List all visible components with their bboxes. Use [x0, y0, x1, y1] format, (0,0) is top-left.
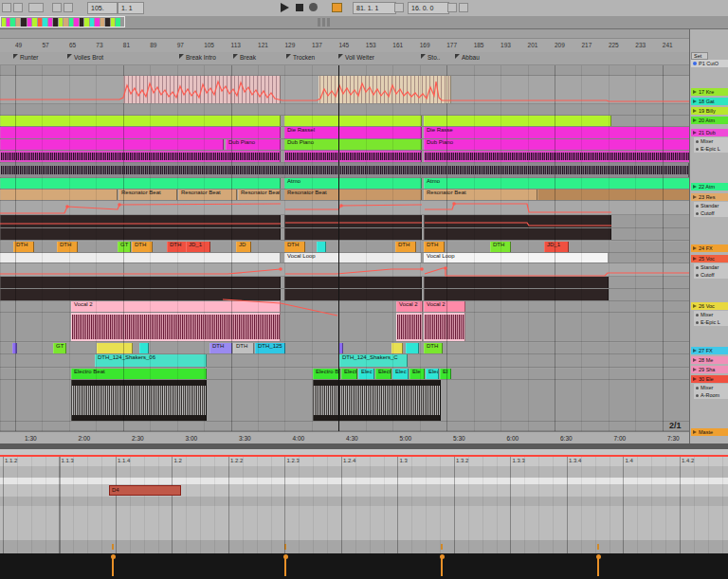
track-lane-atmo[interactable]: AtmoAtmo	[0, 178, 689, 190]
track-lane-shakers[interactable]: DTH_124_Shakers_06DTH_124_Shakers_C	[0, 354, 689, 368]
sidebar-item-21-dub[interactable]: 21 Dub	[691, 129, 728, 136]
clip[interactable]	[0, 163, 689, 177]
track-lane-gate[interactable]	[0, 104, 689, 116]
arrangement-overview[interactable]	[0, 16, 728, 29]
clip[interactable]: DTH_125	[255, 343, 285, 353]
clip[interactable]	[12, 343, 17, 353]
clip[interactable]	[424, 313, 465, 341]
clip[interactable]	[424, 228, 611, 240]
sidebar-item-standar[interactable]: Standar	[694, 202, 728, 209]
sidebar-item-18-gat[interactable]: 18 Gat	[691, 98, 728, 105]
sidebar-item-25-voc[interactable]: 25 Voc	[691, 255, 728, 262]
sidebar-item-24-fx[interactable]: 24 FX	[691, 244, 728, 252]
clip[interactable]: Atmo	[424, 178, 690, 189]
tap-tempo-button[interactable]	[13, 3, 23, 12]
clip[interactable]: Elect	[341, 369, 357, 379]
clip[interactable]: Dub Piano	[226, 139, 281, 150]
clip[interactable]: Elect	[375, 369, 391, 379]
metronome-icon[interactable]	[28, 3, 44, 12]
sidebar-item-cutoff[interactable]: Cutoff	[694, 271, 728, 279]
clip[interactable]: DTH	[424, 343, 443, 353]
clip[interactable]	[0, 289, 281, 300]
midi-row-velocity-lane[interactable]	[0, 553, 728, 579]
track-lane-epic-wave[interactable]	[0, 163, 689, 178]
sidebar-item-29-sha[interactable]: 29 Sha	[691, 366, 728, 373]
clip[interactable]: Resonator Beat	[284, 190, 422, 200]
track-lane-fx-clips[interactable]: DTHDTHGTDTHDTHJD_1JDDTHDTHDTHDTHJD_1	[0, 242, 689, 253]
clip[interactable]: Electro Beat	[71, 369, 207, 379]
nudge-up-icon[interactable]	[64, 3, 73, 12]
track-lane-dark-3[interactable]	[0, 277, 689, 289]
clip[interactable]	[284, 289, 422, 300]
record-button[interactable]	[309, 3, 318, 11]
sidebar-item-mixer[interactable]: Mixer	[694, 311, 728, 318]
clip[interactable]: Dub Piano	[284, 139, 422, 150]
sidebar-item-e-epic-l[interactable]: E-Epic L	[694, 318, 728, 326]
velocity-marker[interactable]	[597, 557, 599, 576]
arrangement-position-field[interactable]: 81. 1. 1	[353, 2, 396, 14]
clip[interactable]: JD_1	[186, 242, 210, 252]
clip[interactable]	[424, 289, 609, 300]
sidebar-item-23-res[interactable]: 23 Res	[691, 193, 728, 201]
clip[interactable]	[0, 228, 281, 240]
sidebar-item-mixer[interactable]: Mixer	[694, 137, 728, 145]
clip[interactable]: DTH	[424, 242, 445, 252]
clip[interactable]: Resonator Beat	[118, 190, 177, 200]
velocity-marker[interactable]	[441, 557, 443, 576]
loop-brace[interactable]	[0, 455, 728, 457]
clip[interactable]: Vocal Loop	[284, 253, 422, 262]
track-lane-dark-1[interactable]	[0, 215, 689, 228]
sidebar-item-mixer[interactable]: Mixer	[694, 384, 728, 391]
track-lane-billy-green[interactable]	[0, 116, 689, 127]
sidebar-item-17-kre[interactable]: 17 Kre	[691, 88, 728, 96]
clip[interactable]	[424, 277, 609, 288]
clip[interactable]: Ele	[410, 369, 425, 379]
clip[interactable]	[424, 116, 611, 126]
clip[interactable]: DTH_124_Shakers_C	[339, 354, 408, 367]
clip[interactable]: Vocal Loop	[424, 253, 609, 262]
track-lane-dub-piano-wave[interactable]	[0, 151, 689, 163]
clip[interactable]	[424, 151, 690, 162]
clip[interactable]: Elec	[392, 369, 409, 379]
sidebar-item-maste[interactable]: Maste	[691, 428, 728, 436]
track-lane-resonator[interactable]: Resonator BeatResonator BeatResonator Be…	[0, 190, 689, 201]
clip[interactable]	[0, 127, 281, 138]
clip[interactable]: DTH	[13, 242, 34, 252]
clip[interactable]	[0, 277, 281, 288]
clip[interactable]: Atmo	[284, 178, 422, 189]
sidebar-item-p1-cuto[interactable]: P1 CutO	[691, 60, 728, 67]
track-lane-rassel[interactable]: Die RasselDie Rasse	[0, 127, 689, 139]
track-lane-dark-4[interactable]	[0, 289, 689, 301]
clip[interactable]: DTH	[132, 242, 153, 252]
draw-mode-button[interactable]	[332, 3, 342, 12]
clip[interactable]	[396, 313, 423, 341]
loop-length-field[interactable]: 16. 0. 0	[408, 2, 449, 14]
sidebar-item-28-me[interactable]: 28 Me	[691, 356, 728, 364]
track-lane-fx2-clips[interactable]: GTDTHDTHDTH_125DTH	[0, 343, 689, 354]
clip[interactable]: Elec	[358, 369, 374, 379]
clip[interactable]	[391, 343, 403, 353]
clip[interactable]: Electro Be	[313, 369, 340, 379]
clip[interactable]: Dub Piano	[424, 139, 690, 150]
tempo-field[interactable]: 105.	[87, 2, 118, 14]
track-lane-vocal2-wave[interactable]	[0, 313, 689, 342]
link-toggle-icon[interactable]	[2, 3, 11, 12]
clip[interactable]: Vocal 2	[396, 301, 423, 312]
clip[interactable]: DTH_124_Shakers_06	[95, 354, 207, 367]
track-lane-resonator-automation[interactable]	[0, 201, 689, 215]
sidebar-item-20-atm[interactable]: 20 Atm	[691, 117, 728, 124]
clip[interactable]	[0, 151, 281, 162]
sidebar-item-a-room[interactable]: A-Room	[694, 391, 728, 399]
clip[interactable]	[0, 139, 224, 150]
clip[interactable]	[313, 380, 441, 421]
nudge-down-icon[interactable]	[52, 3, 62, 12]
play-button[interactable]	[281, 3, 289, 12]
clip[interactable]: DTH	[284, 242, 305, 252]
midi-note[interactable]: D4	[109, 485, 181, 496]
velocity-marker[interactable]	[284, 557, 286, 576]
clip[interactable]	[284, 228, 422, 240]
track-lane-vocal-loop[interactable]: Vocal LoopVocal Loop	[0, 253, 689, 263]
clip[interactable]	[0, 190, 118, 200]
track-lane-vocal-automation[interactable]	[0, 263, 689, 277]
sidebar-item-19-billy[interactable]: 19 Billy	[691, 107, 728, 115]
